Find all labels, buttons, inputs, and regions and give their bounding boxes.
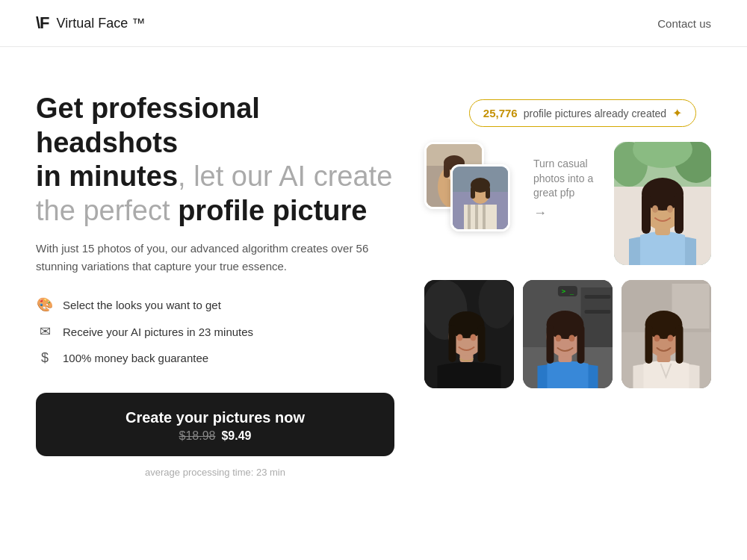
sparkle-icon: ✦	[672, 106, 682, 120]
svg-rect-44	[585, 310, 611, 314]
professional-photo-large	[614, 142, 711, 265]
feature-guarantee-text: 100% money back guarantee	[63, 352, 208, 364]
cta-button[interactable]: Create your pictures now $18.98 $9.49	[36, 393, 394, 456]
processing-time: average processing time: 23 min	[36, 467, 394, 478]
svg-rect-36	[449, 325, 456, 362]
svg-point-50	[556, 335, 562, 342]
heading-line3-bold: profile picture	[178, 195, 367, 226]
feature-item-receive: ✉ Receive your AI pictures in 23 minutes	[36, 323, 394, 340]
svg-rect-15	[471, 187, 475, 199]
terminal-badge: > _	[558, 286, 577, 296]
svg-rect-26	[642, 193, 651, 234]
svg-rect-16	[486, 187, 490, 199]
svg-point-39	[471, 335, 477, 341]
image-grid-top: Turn casual photos into a great pfp →	[424, 142, 711, 265]
svg-point-61	[668, 335, 674, 342]
heading-line1: Get professional headshots	[36, 93, 260, 158]
svg-rect-11	[475, 205, 478, 230]
price-new: $9.49	[221, 429, 251, 443]
badge-text: profile pictures already created	[524, 108, 666, 119]
svg-rect-37	[478, 325, 486, 362]
svg-point-60	[654, 335, 660, 342]
svg-point-28	[652, 205, 658, 213]
casual-photos-stack	[424, 142, 514, 239]
image-grid-bottom: > _	[424, 280, 711, 388]
envelope-icon: ✉	[36, 323, 54, 340]
svg-rect-58	[645, 325, 653, 364]
profile-badge: 25,776 profile pictures already created …	[469, 99, 696, 127]
left-column: Get professional headshots in minutes, l…	[36, 92, 394, 478]
cta-pricing: $18.98 $9.49	[54, 429, 376, 443]
arrow-icon: →	[533, 205, 547, 221]
feature-looks-text: Select the looks you want to get	[63, 299, 221, 311]
svg-rect-5	[444, 163, 450, 178]
heading-light: , let our AI create	[178, 161, 392, 192]
arrow-label: Turn casual photos into a great pfp	[533, 157, 602, 201]
arrow-text-area: Turn casual photos into a great pfp →	[526, 142, 602, 221]
logo-area: \F Virtual Face ™	[36, 13, 145, 33]
feature-item-looks: 🎨 Select the looks you want to get	[36, 296, 394, 313]
palette-icon: 🎨	[36, 296, 54, 313]
svg-rect-10	[468, 205, 471, 230]
main-content: Get professional headshots in minutes, l…	[0, 47, 747, 508]
svg-point-38	[457, 335, 463, 341]
feature-receive-text: Receive your AI pictures in 23 minutes	[63, 326, 253, 338]
svg-rect-59	[676, 325, 684, 364]
feature-item-guarantee: $ 100% money back guarantee	[36, 350, 394, 366]
price-old: $18.98	[179, 429, 216, 443]
svg-point-51	[569, 335, 575, 342]
heading-bold: in minutes	[36, 161, 178, 192]
right-column: 25,776 profile pictures already created …	[424, 92, 711, 388]
svg-rect-27	[675, 193, 684, 234]
heading-line3-light: the perfect	[36, 195, 178, 226]
svg-rect-12	[483, 205, 486, 230]
casual-photo-2	[450, 164, 510, 231]
hero-subtext: With just 15 photos of you, our advanced…	[36, 240, 394, 276]
bottom-photo-1	[424, 280, 514, 388]
svg-point-29	[667, 205, 673, 213]
cta-button-label: Create your pictures now	[54, 409, 376, 426]
badge-count: 25,776	[483, 107, 518, 119]
hero-heading: Get professional headshots in minutes, l…	[36, 92, 394, 228]
features-list: 🎨 Select the looks you want to get ✉ Rec…	[36, 296, 394, 366]
bottom-photo-3	[622, 280, 711, 388]
logo-icon: \F	[36, 13, 49, 33]
svg-rect-49	[577, 325, 585, 364]
svg-rect-48	[547, 325, 554, 364]
contact-link[interactable]: Contact us	[657, 17, 711, 30]
bottom-photo-2: > _	[523, 280, 613, 388]
svg-rect-43	[585, 295, 611, 299]
dollar-icon: $	[36, 350, 54, 366]
logo-text: Virtual Face ™	[57, 16, 146, 31]
